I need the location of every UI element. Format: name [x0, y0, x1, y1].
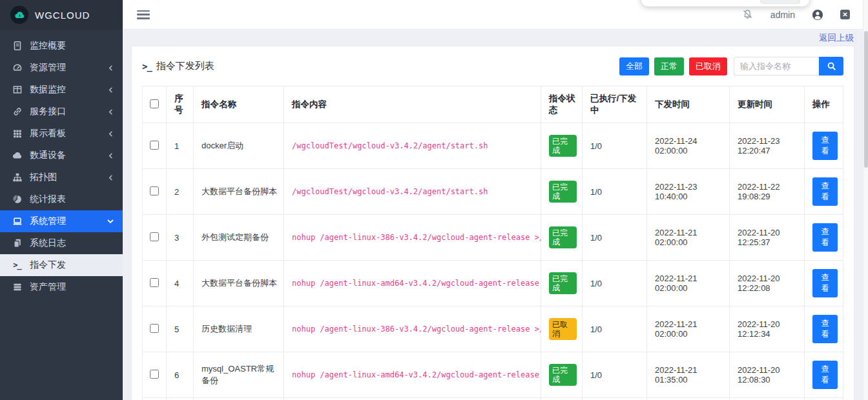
- scrollbar-thumb[interactable]: [864, 31, 868, 168]
- username[interactable]: admin: [770, 10, 795, 20]
- sidebar-menu: 监控概要资源管理数据监控服务接口展示看板数通设备拓扑图统计报表系统管理系统日志>…: [0, 30, 123, 298]
- bell-slash-icon[interactable]: [741, 8, 754, 21]
- row-checkbox[interactable]: [150, 232, 159, 241]
- update-time-cell: 2022-11-20 12:08:30: [730, 352, 805, 398]
- status-cell: 已完成: [541, 215, 583, 261]
- sidebar-item-6[interactable]: 数通设备: [0, 145, 123, 166]
- menu-toggle-icon[interactable]: [137, 10, 150, 19]
- sidebar-item-3[interactable]: 数据监控: [0, 79, 123, 101]
- sidebar-item-1[interactable]: 监控概要: [0, 35, 123, 57]
- back-to-parent-link[interactable]: 返回上级: [819, 32, 854, 44]
- command-name-cell: docker启动: [194, 123, 284, 169]
- select-all-checkbox[interactable]: [150, 99, 159, 108]
- update-time-cell: 2022-11-22 19:08:29: [730, 169, 805, 215]
- search-input[interactable]: [734, 57, 819, 75]
- dispatch-time-cell: 2022-11-23 10:40:00: [647, 169, 730, 215]
- command-name-cell: 大数据平台备份脚本: [194, 261, 284, 306]
- actions-cell: 查看: [805, 306, 843, 352]
- status-badge: 已完成: [549, 135, 577, 157]
- row-checkbox[interactable]: [150, 324, 159, 333]
- filter-all-button[interactable]: 全部: [619, 57, 649, 75]
- sitemap-icon: [12, 172, 23, 183]
- sidebar-item-7[interactable]: 拓扑图: [0, 166, 123, 188]
- sidebar-item-label: 数据监控: [30, 84, 107, 95]
- table-row: 71121重启agent/wgcloudTest/wgcloud-v3.4.2/…: [143, 398, 843, 400]
- sidebar-item-4[interactable]: 服务接口: [0, 101, 123, 123]
- sidebar-item-label: 系统管理: [30, 215, 107, 227]
- row-number-cell: 7: [167, 398, 194, 400]
- vertical-scrollbar[interactable]: [863, 0, 868, 400]
- filter-normal-button[interactable]: 正常: [654, 57, 684, 75]
- dispatch-time-cell: 2022-11-21 02:00:00: [647, 306, 730, 352]
- main-content: 返回上级 >_ 指令下发列表 全部 正常 已取消: [123, 30, 863, 400]
- sidebar-item-2[interactable]: 资源管理: [0, 57, 123, 79]
- row-checkbox-cell: [143, 398, 167, 400]
- table-row: 5历史数据清理nohup /agent-linux-386-v3.4.2/wgc…: [143, 306, 843, 352]
- sidebar-item-5[interactable]: 展示看板: [0, 123, 123, 145]
- row-checkbox-cell: [143, 169, 167, 215]
- row-checkbox[interactable]: [150, 370, 159, 379]
- sidebar-item-8[interactable]: 统计报表: [0, 188, 123, 210]
- col-header-status: 指令状态: [541, 86, 583, 123]
- sidebar-item-9[interactable]: 系统管理: [0, 210, 123, 232]
- command-content-cell: /wgcloudTest/wgcloud-v3.4.2/agent/start.…: [284, 123, 541, 169]
- journal-icon: [12, 41, 23, 52]
- sidebar-item-label: 资源管理: [30, 62, 107, 74]
- update-time-cell: 2022-11-23 12:20:47: [730, 123, 805, 169]
- command-content-cell: /wgcloudTest/wgcloud-v3.4.2/agent/start.…: [284, 169, 541, 215]
- filter-cancelled-button[interactable]: 已取消: [689, 57, 727, 75]
- chevron-down-icon: [107, 218, 114, 225]
- row-number-cell: 5: [167, 306, 194, 352]
- table-row: 4大数据平台备份脚本nohup /agent-linux-amd64-v3.4.…: [143, 261, 843, 306]
- link-icon: [12, 106, 23, 117]
- sidebar-item-10[interactable]: 系统日志: [0, 232, 123, 254]
- chevron-left-icon: [107, 131, 114, 137]
- gauge-icon: [12, 63, 23, 74]
- sidebar-item-label: 数通设备: [30, 150, 107, 161]
- sidebar-item-11[interactable]: >_指令下发: [0, 254, 123, 276]
- row-checkbox[interactable]: [150, 278, 159, 287]
- command-name-cell: 外包测试定期备份: [194, 215, 284, 261]
- command-name-cell: 1121重启agent: [194, 398, 284, 400]
- executed-count-cell: 1/0: [583, 123, 647, 169]
- dispatch-time-cell: 2022-11-21 02:00:00: [647, 215, 730, 261]
- view-button[interactable]: 查看: [812, 132, 838, 160]
- executed-count-cell: 2/0: [583, 398, 647, 400]
- sidebar-item-label: 服务接口: [30, 106, 107, 117]
- row-number-cell: 6: [167, 352, 194, 398]
- row-checkbox[interactable]: [150, 141, 159, 150]
- actions-cell: 查看: [805, 169, 843, 215]
- search-button[interactable]: [819, 57, 843, 75]
- logout-icon[interactable]: ✕: [840, 10, 850, 19]
- table-row: 1docker启动/wgcloudTest/wgcloud-v3.4.2/age…: [143, 123, 843, 169]
- view-button[interactable]: 查看: [812, 223, 838, 252]
- status-badge: 已取消: [549, 318, 577, 340]
- row-checkbox[interactable]: [150, 186, 159, 195]
- view-button[interactable]: 查看: [812, 269, 838, 297]
- brand-name: WGCLOUD: [35, 10, 90, 21]
- col-header-count: 已执行/下发中: [583, 86, 647, 123]
- cloud-icon: [12, 150, 23, 161]
- command-list-card: >_ 指令下发列表 全部 正常 已取消: [132, 46, 854, 400]
- chevron-left-icon: [107, 109, 114, 115]
- floating-dialog-button[interactable]: [760, 0, 800, 4]
- user-avatar-icon[interactable]: [812, 9, 823, 21]
- status-cell: 已取消: [541, 306, 583, 352]
- dispatch-time-cell: 2022-11-21 01:35:00: [647, 352, 730, 398]
- actions-cell: 查看: [805, 215, 843, 261]
- status-cell: 已完成: [541, 169, 583, 215]
- command-content-cell: nohup /agent-linux-amd64-v3.4.2/wgcloud-…: [284, 261, 541, 306]
- actions-cell: 查看: [805, 261, 843, 306]
- view-button[interactable]: 查看: [812, 177, 838, 206]
- sidebar-item-12[interactable]: 资产管理: [0, 276, 123, 298]
- row-number-cell: 2: [167, 169, 194, 215]
- status-badge: 已完成: [549, 226, 577, 248]
- dispatch-time-cell: 2022-11-24 02:00:00: [647, 123, 730, 169]
- update-time-cell: 2022-11-20 09:47:05: [730, 398, 805, 400]
- status-badge: 已完成: [549, 272, 577, 294]
- actions-cell: 查看: [805, 398, 843, 400]
- chevron-left-icon: [107, 175, 114, 181]
- view-button[interactable]: 查看: [812, 361, 838, 389]
- view-button[interactable]: 查看: [812, 315, 838, 343]
- executed-count-cell: 1/0: [583, 169, 647, 215]
